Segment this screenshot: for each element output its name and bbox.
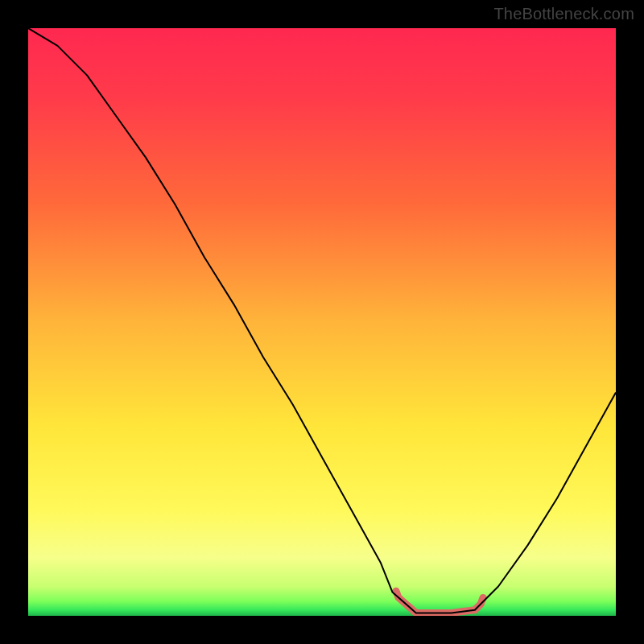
chart-area [28, 28, 616, 616]
bottleneck-chart-svg [28, 28, 616, 616]
watermark-text: TheBottleneck.com [493, 5, 634, 23]
